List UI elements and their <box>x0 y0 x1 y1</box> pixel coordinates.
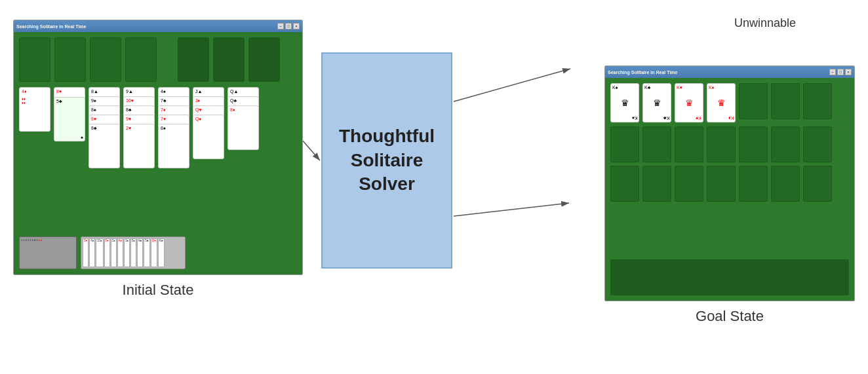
tableau-col-3: 8▲ ♛ 9♠ 8♠ 8♥ 8♣ <box>89 87 120 185</box>
left-window-controls: − □ × <box>277 23 300 29</box>
left-board: 4♦ ♦♦♦♦ 8♥ ♛ 5♣ ♣ <box>14 32 302 274</box>
card-col5-5: 8♠ <box>158 124 189 168</box>
stock-pile: 4 2 8 4 3 3 ♣ K ♦ ♦ <box>19 236 77 269</box>
minimize-btn[interactable]: − <box>277 23 284 29</box>
king-hearts: K♥ ♛ K♥ <box>675 83 703 122</box>
tableau-col-2: 8♥ ♛ 5♣ ♣ <box>54 87 85 185</box>
foundation-4 <box>125 37 157 82</box>
tableau-col-4: 9▲ 10♥ 8♣ 9♥ 2♥ <box>123 87 155 185</box>
card-col2-2: 5♣ ♣ <box>54 97 85 141</box>
tableau-col-1: 4♦ ♦♦♦♦ <box>19 87 50 185</box>
unwinnable-label: Unwinnable <box>734 16 796 30</box>
svg-line-2 <box>454 69 570 102</box>
tableau-col-7: Q▲ Q♣ 8♦ <box>227 87 259 185</box>
king-clubs: K♣ ♛ K♣ <box>642 83 671 122</box>
goal-state-label: Goal State <box>696 308 764 325</box>
right-empty-1 <box>610 126 639 162</box>
foundation-2 <box>54 37 86 82</box>
kings-row: K♠ ♛ K♠ K♣ ♛ K♣ K♥ ♛ K♥ <box>610 83 849 122</box>
left-titlebar: Searching Solitaire in Real Time − □ × <box>14 20 302 32</box>
foundation-slots <box>19 37 297 82</box>
card-col3-5: 8♣ <box>89 124 120 168</box>
right-empty-3 <box>675 126 703 162</box>
diagram-container: Searching Solitaire in Real Time − □ × <box>0 0 868 374</box>
crown-spades: ♛ <box>621 98 629 108</box>
svg-line-3 <box>454 203 569 216</box>
maximize-btn[interactable]: □ <box>285 23 292 29</box>
right-board: K♠ ♛ K♠ K♣ ♛ K♣ K♥ ♛ K♥ <box>605 78 854 301</box>
right-empty-13 <box>771 166 800 202</box>
right-empty-7 <box>803 126 832 162</box>
solver-title: Thoughtful Solitaire Solver <box>339 124 435 196</box>
stock-area: 4 2 8 4 3 3 ♣ K ♦ ♦ 3♥ 4♠ 10♠ 5♥ 2♠ A♦ 3… <box>19 236 186 269</box>
right-empty-6 <box>771 126 800 162</box>
card-col4-5: 2♥ <box>123 124 155 168</box>
right-empty-12 <box>739 166 768 202</box>
crown-hearts: ♛ <box>685 98 694 108</box>
right-titlebar: Searching Solitaire in Real Time − □ × <box>605 66 854 78</box>
right-slot-5 <box>739 83 768 119</box>
card-col7-3: 8♦ <box>227 105 259 150</box>
crown-diamonds: ♛ <box>717 98 726 108</box>
left-title-text: Searching Solitaire in Real Time <box>16 24 86 29</box>
tableau-area: 4♦ ♦♦♦♦ 8♥ ♛ 5♣ ♣ <box>19 87 297 185</box>
center-solver-box: Thoughtful Solitaire Solver <box>321 52 452 269</box>
tableau-col-5: 4♠ 7♣ 7♦ 7♥ 8♠ <box>158 87 189 185</box>
right-close-btn[interactable]: × <box>845 69 852 75</box>
right-section: Searching Solitaire in Real Time − □ × K… <box>604 65 855 325</box>
right-empty-5 <box>739 126 768 162</box>
right-bottom-bar <box>610 259 849 295</box>
svg-line-1 <box>303 141 320 160</box>
initial-state-label: Initial State <box>123 282 194 299</box>
right-empty-14 <box>803 166 832 202</box>
foundation-7 <box>248 37 280 82</box>
right-empty-8 <box>610 166 639 202</box>
right-empty-10 <box>675 166 703 202</box>
tableau-col-6: J▲ J♦ Q♥ Q♦ <box>193 87 224 185</box>
right-maximize-btn[interactable]: □ <box>837 69 844 75</box>
right-slot-7 <box>803 83 832 119</box>
foundation-6 <box>213 37 245 82</box>
right-solitaire-window: Searching Solitaire in Real Time − □ × K… <box>604 65 855 301</box>
crown-clubs: ♛ <box>653 98 661 108</box>
waste-pile: 3♥ 4♠ 10♠ 5♥ 2♠ A♦ 3♠ 5♠ 4♣ 5♣ Q♥ K♣ <box>81 236 186 269</box>
right-empty-4 <box>707 126 736 162</box>
right-window-controls: − □ × <box>829 69 852 75</box>
close-btn[interactable]: × <box>293 23 300 29</box>
right-empty-2 <box>642 126 671 162</box>
foundation-5 <box>178 37 209 82</box>
king-spades: K♠ ♛ K♠ <box>610 83 639 122</box>
foundation-1 <box>19 37 50 82</box>
right-slot-6 <box>771 83 800 119</box>
left-section: Searching Solitaire in Real Time − □ × <box>13 20 303 299</box>
foundation-3 <box>90 37 121 82</box>
right-empty-row-2 <box>610 166 849 202</box>
left-solitaire-window: Searching Solitaire in Real Time − □ × <box>13 20 303 275</box>
right-empty-11 <box>707 166 736 202</box>
king-diamonds: K♦ ♛ K♦ <box>707 83 736 122</box>
right-minimize-btn[interactable]: − <box>829 69 836 75</box>
right-title-text: Searching Solitaire in Real Time <box>608 70 677 75</box>
card-col1-1: 4♦ ♦♦♦♦ <box>19 87 50 132</box>
right-empty-row-1 <box>610 126 849 162</box>
right-empty-9 <box>642 166 671 202</box>
card-col6-4: Q♦ <box>193 115 224 159</box>
